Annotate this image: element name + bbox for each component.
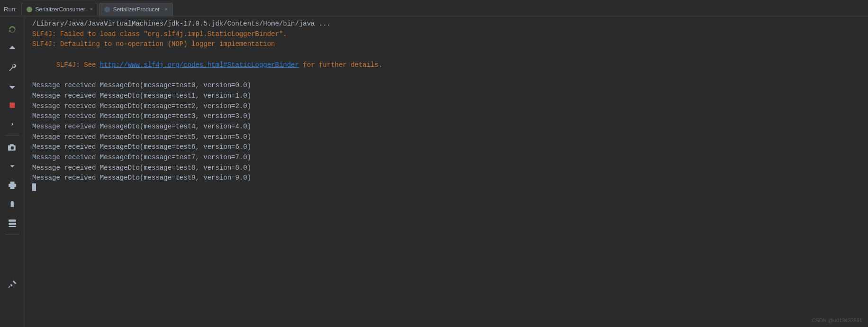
tab-close-consumer[interactable]: × <box>90 7 93 12</box>
layout-button[interactable] <box>3 214 21 232</box>
console-line-msg-3: Message received MessageDto(message=test… <box>25 111 868 122</box>
stop-button[interactable] <box>3 96 21 114</box>
console-line-slf4j-1: SLF4J: Failed to load class "org.slf4j.i… <box>25 29 868 40</box>
svg-rect-1 <box>9 219 16 222</box>
rerun-button[interactable] <box>3 20 21 38</box>
console-line-msg-9: Message received MessageDto(message=test… <box>25 173 868 183</box>
tab-label-consumer: SerializerConsumer <box>35 6 85 13</box>
down-arrow-icon <box>8 82 17 91</box>
print-button[interactable] <box>3 176 21 194</box>
scroll-up-button[interactable] <box>3 39 21 57</box>
console-line-path: /Library/Java/JavaVirtualMachines/jdk-17… <box>25 19 868 29</box>
console-line-msg-7: Message received MessageDto(message=test… <box>25 153 868 163</box>
console-line-msg-1: Message received MessageDto(message=test… <box>25 91 868 101</box>
stop-icon <box>8 101 17 109</box>
toolbar-divider-2 <box>5 235 19 235</box>
tab-serializer-consumer[interactable]: SerializerConsumer × <box>21 3 98 16</box>
trash-icon <box>8 200 17 209</box>
cursor-line <box>25 183 868 191</box>
svg-rect-2 <box>9 223 16 225</box>
svg-rect-0 <box>9 102 15 108</box>
toolbar <box>0 17 25 327</box>
console-output[interactable]: /Library/Java/JavaVirtualMachines/jdk-17… <box>25 17 868 327</box>
screenshot-button[interactable] <box>3 138 21 156</box>
console-line-msg-4: Message received MessageDto(message=test… <box>25 122 868 132</box>
import-button[interactable] <box>3 157 21 175</box>
slf4j-link[interactable]: http://www.slf4j.org/codes.html#StaticLo… <box>100 61 299 69</box>
camera-icon <box>8 143 17 152</box>
tab-bar: Run: SerializerConsumer × SerializerProd… <box>0 0 868 17</box>
text-cursor <box>32 183 36 191</box>
scroll-down-button[interactable] <box>3 77 21 95</box>
toolbar-section-top <box>0 20 24 134</box>
tab-icon-consumer <box>27 7 32 12</box>
toolbar-section-mid <box>0 138 24 233</box>
slf4j-suffix: for further details. <box>299 61 382 69</box>
toolbar-section-bot <box>0 237 24 293</box>
pin-button[interactable] <box>3 275 21 293</box>
main-area: /Library/Java/JavaVirtualMachines/jdk-17… <box>0 17 868 327</box>
run-label: Run: <box>4 6 17 13</box>
console-line-msg-5: Message received MessageDto(message=test… <box>25 132 868 143</box>
tab-label-producer: SerializerProducer <box>113 6 160 13</box>
slf4j-prefix: SLF4J: See <box>56 61 99 69</box>
console-line-msg-2: Message received MessageDto(message=test… <box>25 101 868 112</box>
import-icon <box>8 162 17 171</box>
up-arrow-icon <box>8 44 17 53</box>
svg-line-4 <box>9 286 10 288</box>
console-line-slf4j-2: SLF4J: Defaulting to no-operation (NOP) … <box>25 39 868 50</box>
svg-rect-3 <box>9 226 16 227</box>
rerun-icon <box>8 25 17 34</box>
console-line-msg-6: Message received MessageDto(message=test… <box>25 142 868 153</box>
tab-icon-producer <box>104 7 110 12</box>
tab-close-producer[interactable]: × <box>164 7 168 12</box>
toolbar-divider <box>5 136 19 136</box>
settings-button[interactable] <box>3 58 21 76</box>
pin-icon <box>8 280 17 288</box>
redirect-icon <box>8 120 17 128</box>
delete-button[interactable] <box>3 195 21 213</box>
layout-icon <box>8 219 17 227</box>
console-line-msg-0: Message received MessageDto(message=test… <box>25 81 868 91</box>
wrench-icon <box>8 63 17 72</box>
tab-serializer-producer[interactable]: SerializerProducer × <box>99 3 172 16</box>
console-line-slf4j-3: SLF4J: See http://www.slf4j.org/codes.ht… <box>25 50 868 81</box>
redirect-button[interactable] <box>3 115 21 133</box>
watermark: CSDN @u013433591 <box>812 318 862 323</box>
print-icon <box>8 181 17 190</box>
console-line-msg-8: Message received MessageDto(message=test… <box>25 163 868 173</box>
